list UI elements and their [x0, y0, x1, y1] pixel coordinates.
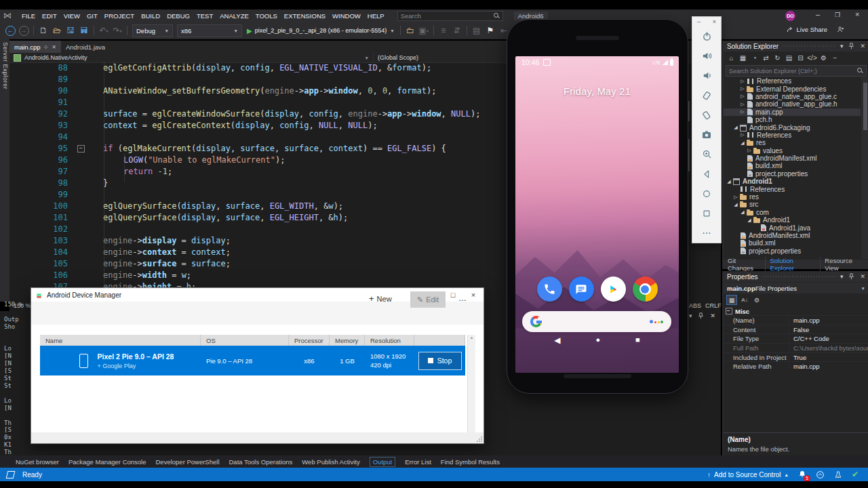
screenshot-camera-icon[interactable]	[692, 125, 721, 144]
tree-expanded-arrow-icon[interactable]: ◢	[739, 140, 746, 146]
pin-tab-icon[interactable]: ⊹	[44, 44, 49, 50]
solution-configuration-dropdown[interactable]: Debug▼	[132, 24, 173, 37]
panel-tab-nuget-browser[interactable]: NuGet browser	[16, 458, 59, 466]
tree-collapsed-arrow-icon[interactable]: ▷	[739, 132, 746, 138]
properties-icon[interactable]: ⚙	[818, 54, 829, 62]
more-icon[interactable]	[692, 223, 721, 243]
comment-icon[interactable]: ▤	[471, 24, 483, 37]
redo-icon[interactable]: ↷▾	[111, 24, 123, 37]
menu-item-view[interactable]: VIEW	[60, 9, 83, 22]
home-icon[interactable]: ⌂	[726, 54, 736, 62]
collapse-section-icon[interactable]	[726, 308, 732, 314]
panel-tab-developer-powershell[interactable]: Developer PowerShell	[156, 458, 220, 466]
column-header-memory[interactable]: Memory	[330, 335, 365, 346]
tree-item-references[interactable]: ▷References	[724, 77, 861, 85]
property-row-relative-path[interactable]: Relative Pathmain.cpp	[724, 361, 868, 371]
rotate-left-icon[interactable]	[692, 85, 721, 105]
tab-resource-view[interactable]: Resource View	[821, 257, 868, 272]
column-header-actions[interactable]	[414, 335, 465, 346]
live-share-button[interactable]: Live Share	[787, 26, 845, 33]
minimize-window-icon[interactable]: –	[816, 10, 820, 18]
add-to-source-control-button[interactable]: ↑ Add to Source Control ▲	[707, 471, 789, 479]
close-window-icon[interactable]: ×	[855, 10, 859, 18]
panel-tab-output[interactable]: Output	[370, 457, 396, 467]
new-file-icon[interactable]: 🗋	[37, 24, 50, 37]
column-header-os[interactable]: OS	[201, 335, 289, 346]
alphabetical-sort-icon[interactable]: A↓	[740, 296, 749, 304]
pin-icon[interactable]	[698, 312, 704, 319]
save-all-icon[interactable]: 🖬	[78, 24, 90, 37]
tree-item-project-properties[interactable]: project.properties	[724, 247, 861, 255]
adm-edit-button[interactable]: ✎ Edit	[410, 291, 446, 308]
menu-item-help[interactable]: HELP	[364, 9, 388, 22]
properties-title-bar[interactable]: Properties ▾ ✕	[724, 271, 868, 282]
start-debugging-button[interactable]: ▶ pixel_2_pie_9_0_-_api_28 (x86 - emulat…	[247, 27, 395, 35]
device-screenshot-icon[interactable]: ▣▾	[418, 24, 430, 37]
close-icon[interactable]: ✕	[710, 312, 715, 319]
properties-object-dropdown[interactable]: main.cpp File Properties ▼	[724, 283, 868, 293]
adm-more-button[interactable]: …	[458, 293, 467, 303]
tree-collapsed-arrow-icon[interactable]: ▷	[746, 148, 753, 153]
menu-item-build[interactable]: BUILD	[138, 9, 163, 22]
refresh-icon[interactable]: ↻	[772, 54, 783, 62]
pin-icon[interactable]	[848, 273, 854, 280]
tab-git-changes[interactable]: Git Changes	[724, 257, 766, 272]
editor-tabs-indicator[interactable]: ABS	[689, 302, 701, 309]
tree-collapsed-arrow-icon[interactable]: ▷	[732, 195, 739, 200]
volume-up-icon[interactable]	[692, 46, 721, 66]
tree-item-androidmanifest-xml[interactable]: AndroidManifest.xml	[724, 232, 861, 239]
tree-expanded-arrow-icon[interactable]: ◢	[739, 209, 746, 215]
stop-device-button[interactable]: Stop	[418, 352, 462, 370]
undo-icon[interactable]: ↶▾	[98, 24, 110, 37]
tree-item-com[interactable]: ◢com	[724, 209, 861, 216]
volume-down-icon[interactable]	[692, 66, 721, 85]
property-pages-icon[interactable]: ⚙	[752, 296, 762, 304]
tree-item-build-xml[interactable]: build.xml	[724, 162, 861, 169]
power-icon[interactable]	[692, 26, 721, 46]
code-view-icon[interactable]: </>	[807, 54, 817, 62]
tree-item-res[interactable]: ◢res	[724, 139, 861, 146]
column-header-processor[interactable]: Processor	[289, 335, 330, 346]
save-icon[interactable]: 🖫	[64, 24, 77, 37]
add-user-icon[interactable]	[837, 26, 845, 33]
solution-explorer-title-bar[interactable]: Solution Explorer ▾ ✕	[724, 41, 868, 52]
nav-home-icon[interactable]: ●	[595, 336, 600, 345]
tree-item-values[interactable]: ▷values	[724, 147, 861, 155]
tree-item-android6-packaging[interactable]: ◢Android6.Packaging	[724, 123, 861, 131]
account-avatar[interactable]: DO	[785, 11, 795, 21]
panel-tab-web-publish-activity[interactable]: Web Publish Activity	[302, 458, 359, 466]
tab-android1-java[interactable]: Android1.java	[61, 41, 110, 53]
column-header-resolution[interactable]: Resolution	[365, 335, 414, 346]
assistant-icon[interactable]	[650, 320, 663, 323]
tree-collapsed-arrow-icon[interactable]: ▷	[739, 109, 746, 115]
adm-new-button[interactable]: + New	[369, 293, 392, 304]
property-row-included-in-project[interactable]: Included In ProjectTrue	[724, 352, 868, 362]
tree-item-references[interactable]: ▷References	[724, 131, 861, 139]
panel-tab-error-list[interactable]: Error List	[405, 458, 431, 466]
find-in-files-icon[interactable]: 🗀	[404, 24, 416, 37]
menu-item-edit[interactable]: EDIT	[39, 9, 60, 22]
property-row-full-path[interactable]: Full PathC:\Users\hackd bytes\source\	[724, 343, 868, 352]
tree-item-main-cpp[interactable]: ▷++main.cpp	[724, 108, 861, 116]
show-all-files-icon[interactable]: ▤	[784, 54, 794, 62]
menu-item-window[interactable]: WINDOW	[329, 9, 364, 22]
navigate-back-icon[interactable]: ←	[4, 24, 16, 37]
panel-tab-find-symbol-results[interactable]: Find Symbol Results	[441, 458, 500, 466]
google-search-bar[interactable]	[522, 311, 671, 332]
tree-collapsed-arrow-icon[interactable]: ▷	[739, 102, 746, 107]
tree-expanded-arrow-icon[interactable]: ◢	[726, 179, 732, 184]
pending-changes-icon[interactable]: ◔	[749, 54, 760, 62]
panel-tab-package-manager-console[interactable]: Package Manager Console	[68, 458, 146, 466]
window-position-icon[interactable]: ▾	[840, 43, 844, 49]
tab-main-cpp[interactable]: main.cpp ⊹ ✕	[9, 41, 61, 53]
properties-section-misc[interactable]: Misc	[724, 307, 868, 315]
adm-device-row[interactable]: Pixel 2 Pie 9.0 – API 28 + Google Play P…	[40, 346, 465, 375]
window-position-icon[interactable]: ▾	[840, 273, 844, 280]
emulator-minimize-icon[interactable]: –	[697, 18, 701, 25]
notifications-bell[interactable]: 5	[798, 470, 806, 480]
tree-expanded-arrow-icon[interactable]: ◢	[732, 202, 739, 207]
tree-item-pch-h[interactable]: pch.h	[724, 116, 861, 123]
rotate-right-icon[interactable]	[692, 105, 721, 125]
experiment-icon[interactable]	[834, 470, 842, 479]
phone-app-icon[interactable]	[537, 277, 562, 302]
